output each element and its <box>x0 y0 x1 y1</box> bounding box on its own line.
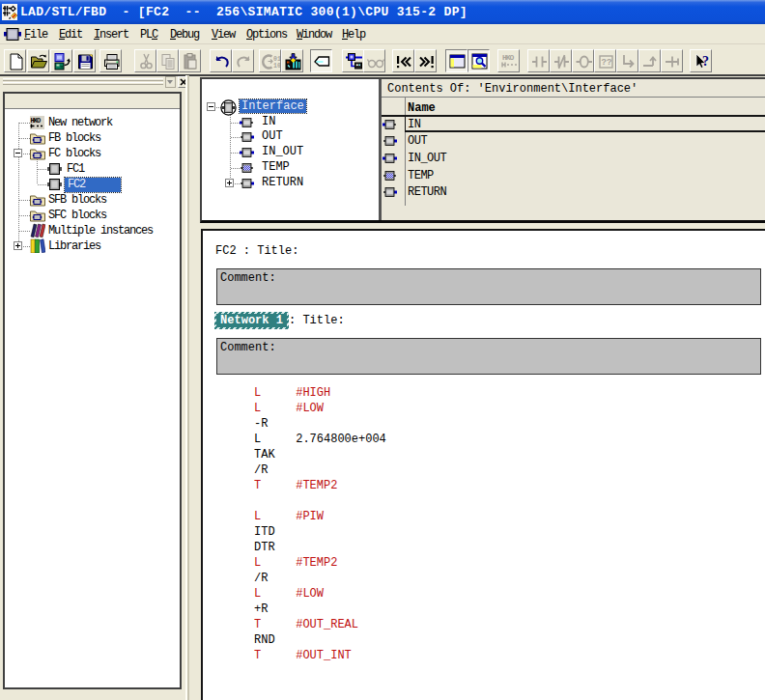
svg-text:HKO: HKO <box>502 53 515 62</box>
svg-text:01: 01 <box>273 56 280 63</box>
svg-text:??: ?? <box>602 58 612 68</box>
svg-text:?: ? <box>702 54 709 69</box>
svg-text:10: 10 <box>273 63 280 70</box>
svg-text:HKO: HKO <box>31 117 41 125</box>
